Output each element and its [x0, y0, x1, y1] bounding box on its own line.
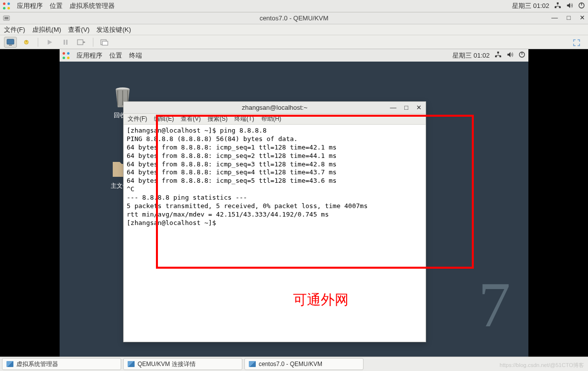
- taskbar-item-vmm[interactable]: 虚拟系统管理器: [2, 358, 121, 370]
- volume-icon[interactable]: [566, 2, 573, 10]
- guest-menu-apps[interactable]: 应用程序: [76, 51, 102, 60]
- svg-rect-16: [497, 52, 499, 54]
- terminal-menu-view[interactable]: 查看(V): [181, 115, 201, 123]
- network-icon[interactable]: [554, 2, 561, 10]
- svg-rect-15: [102, 41, 108, 45]
- titlebar-app-icon: [3, 14, 10, 21]
- terminal-menubar: 文件(F) 编辑(E) 查看(V) 搜索(S) 终端(T) 帮助(H): [124, 114, 426, 125]
- host-top-panel: 应用程序 位置 虚拟系统管理器 星期三 01:02: [0, 0, 588, 12]
- guest-menu-terminal[interactable]: 终端: [129, 51, 142, 60]
- toolbar-separator: [38, 38, 38, 47]
- host-clock: 星期三 01:02: [512, 1, 549, 10]
- power-icon[interactable]: [518, 51, 525, 60]
- guest-desktop[interactable]: 回收站 主文件夹 7 zhangsan@localhost:~ — □ ✕: [60, 62, 528, 357]
- taskbar-item-centos-console[interactable]: centos7.0 - QEMU/KVM: [244, 358, 364, 370]
- svg-rect-10: [26, 40, 27, 42]
- snapshot-button[interactable]: [98, 37, 111, 48]
- console-view-button[interactable]: [4, 37, 17, 48]
- terminal-close-button[interactable]: ✕: [416, 104, 422, 111]
- run-button[interactable]: [43, 37, 56, 48]
- vm-console-viewport[interactable]: 应用程序 位置 终端 星期三 01:02 回收站 主文件夹 7: [0, 49, 588, 357]
- terminal-title: zhangsan@localhost:~: [242, 104, 307, 111]
- vmm-menubar: 文件(F) 虚拟机(M) 查看(V) 发送按键(K): [0, 24, 588, 35]
- window-icon: [6, 361, 13, 367]
- gnome-logo-icon: [63, 52, 70, 59]
- svg-rect-12: [66, 40, 68, 45]
- pause-button[interactable]: [59, 37, 72, 48]
- taskbar-item-connection-details[interactable]: QEMU/KVM 连接详情: [123, 358, 242, 370]
- gnome-logo-icon: [3, 2, 10, 9]
- power-icon[interactable]: [578, 2, 585, 10]
- vmm-toolbar: [0, 35, 588, 49]
- close-button[interactable]: ✕: [580, 14, 585, 21]
- host-menu-vmm[interactable]: 虚拟系统管理器: [70, 1, 115, 10]
- terminal-menu-file[interactable]: 文件(F): [128, 115, 147, 123]
- svg-rect-13: [77, 40, 83, 45]
- window-icon: [249, 361, 256, 367]
- terminal-minimize-button[interactable]: —: [390, 104, 396, 111]
- window-icon: [128, 361, 135, 367]
- terminal-menu-edit[interactable]: 编辑(E): [154, 115, 174, 123]
- host-menu-apps[interactable]: 应用程序: [17, 1, 43, 10]
- guest-clock: 星期三 01:02: [452, 51, 490, 60]
- shutdown-button[interactable]: [75, 37, 88, 48]
- terminal-menu-search[interactable]: 搜索(S): [208, 115, 227, 123]
- svg-rect-0: [557, 2, 559, 4]
- terminal-titlebar[interactable]: zhangsan@localhost:~ — □ ✕: [124, 102, 426, 114]
- host-taskbar: 虚拟系统管理器 QEMU/KVM 连接详情 centos7.0 - QEMU/K…: [0, 357, 588, 371]
- terminal-menu-terminal[interactable]: 终端(T): [234, 115, 254, 123]
- vmm-menu-vm[interactable]: 虚拟机(M): [32, 25, 62, 34]
- centos7-watermark: 7: [478, 267, 511, 342]
- minimize-button[interactable]: —: [551, 14, 558, 21]
- terminal-window: zhangsan@localhost:~ — □ ✕ 文件(F) 编辑(E) 查…: [123, 101, 426, 342]
- terminal-menu-help[interactable]: 帮助(H): [261, 115, 282, 123]
- host-menu-places[interactable]: 位置: [50, 1, 63, 10]
- terminal-output[interactable]: [zhangsan@localhost ~]$ ping 8.8.8.8 PIN…: [124, 125, 426, 229]
- vmm-window-titlebar: centos7.0 - QEMU/KVM — □ ✕: [0, 12, 588, 24]
- guest-screen[interactable]: 应用程序 位置 终端 星期三 01:02 回收站 主文件夹 7: [60, 49, 528, 357]
- vmm-menu-sendkeys[interactable]: 发送按键(K): [96, 25, 131, 34]
- terminal-maximize-button[interactable]: □: [404, 104, 408, 111]
- vmm-menu-view[interactable]: 查看(V): [68, 25, 89, 34]
- svg-rect-6: [4, 17, 8, 19]
- fullscreen-button[interactable]: [570, 37, 583, 48]
- toolbar-separator: [93, 38, 93, 47]
- details-view-button[interactable]: [20, 37, 33, 48]
- watermark-text: https://blog.csdn.net/@51CTO博客: [500, 362, 584, 369]
- guest-menu-places[interactable]: 位置: [109, 51, 122, 60]
- guest-top-panel: 应用程序 位置 终端 星期三 01:02: [60, 49, 528, 62]
- maximize-button[interactable]: □: [567, 14, 571, 21]
- network-icon[interactable]: [495, 51, 502, 60]
- svg-rect-8: [9, 45, 12, 46]
- vmm-menu-file[interactable]: 文件(F): [4, 25, 25, 34]
- svg-rect-11: [64, 40, 65, 45]
- volume-icon[interactable]: [507, 51, 514, 60]
- annotation-text: 可通外网: [293, 291, 349, 309]
- svg-rect-7: [7, 39, 14, 44]
- vmm-window-title: centos7.0 - QEMU/KVM: [260, 14, 329, 22]
